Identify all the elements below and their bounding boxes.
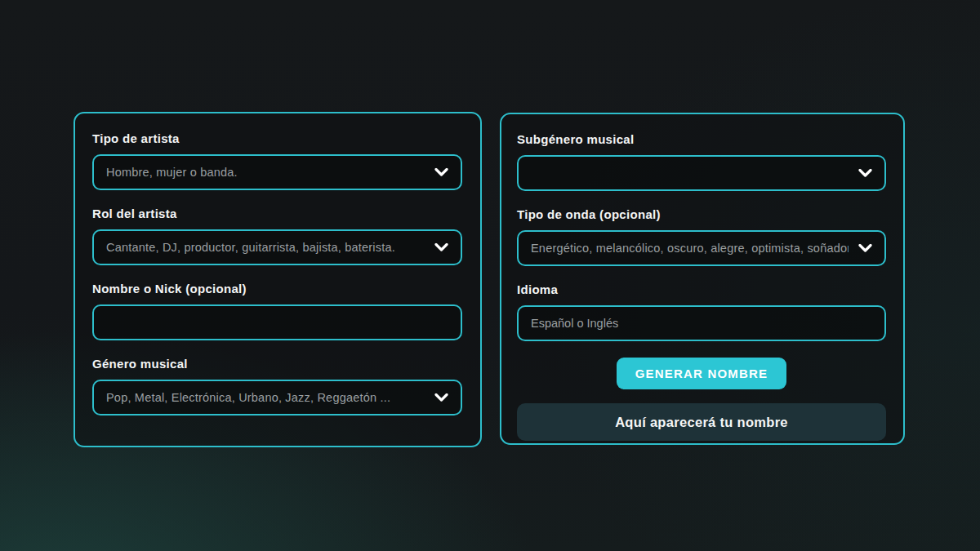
genero-musical-placeholder: Pop, Metal, Electrónica, Urbano, Jazz, R… bbox=[106, 391, 390, 404]
idioma-label: Idioma bbox=[517, 282, 886, 297]
field-group-genero-musical: Género musical Pop, Metal, Electrónica, … bbox=[92, 356, 462, 415]
tipo-de-artista-label: Tipo de artista bbox=[92, 131, 462, 146]
rol-del-artista-select[interactable]: Cantante, DJ, productor, guitarrista, ba… bbox=[92, 229, 462, 265]
tipo-de-artista-select[interactable]: Hombre, mujer o banda. bbox=[92, 154, 462, 190]
rol-del-artista-label: Rol del artista bbox=[92, 206, 462, 221]
tipo-de-onda-label: Tipo de onda (opcional) bbox=[517, 207, 886, 222]
field-group-subgenero-musical: Subgénero musical bbox=[517, 131, 886, 191]
chevron-down-icon bbox=[434, 393, 448, 402]
chevron-down-icon bbox=[858, 169, 872, 178]
field-group-nombre-nick: Nombre o Nick (opcional) bbox=[92, 281, 462, 340]
rol-del-artista-placeholder: Cantante, DJ, productor, guitarrista, ba… bbox=[106, 241, 395, 254]
idioma-input[interactable] bbox=[517, 305, 886, 341]
subgenero-musical-label: Subgénero musical bbox=[517, 131, 886, 147]
field-group-idioma: Idioma bbox=[517, 282, 886, 341]
nombre-nick-label: Nombre o Nick (opcional) bbox=[92, 281, 462, 296]
artist-form-panel: Tipo de artista Hombre, mujer o banda. R… bbox=[74, 112, 482, 447]
tipo-de-onda-placeholder: Energético, melancólico, oscuro, alegre,… bbox=[531, 242, 849, 255]
generate-name-button[interactable]: GENERAR NOMBRE bbox=[617, 358, 787, 389]
tipo-de-artista-placeholder: Hombre, mujer o banda. bbox=[106, 166, 238, 179]
nombre-nick-input[interactable] bbox=[92, 304, 462, 340]
chevron-down-icon bbox=[434, 168, 448, 177]
field-group-rol-del-artista: Rol del artista Cantante, DJ, productor,… bbox=[92, 206, 462, 265]
field-group-tipo-de-onda: Tipo de onda (opcional) Energético, mela… bbox=[517, 207, 886, 266]
genero-musical-label: Género musical bbox=[92, 356, 462, 371]
generated-name-result: Aquí aparecerá tu nombre bbox=[517, 403, 886, 441]
subgenero-musical-select[interactable] bbox=[517, 155, 886, 191]
chevron-down-icon bbox=[434, 243, 448, 252]
chevron-down-icon bbox=[858, 244, 872, 253]
generator-panel: Subgénero musical Tipo de onda (opcional… bbox=[500, 113, 905, 445]
genero-musical-select[interactable]: Pop, Metal, Electrónica, Urbano, Jazz, R… bbox=[92, 380, 462, 415]
generate-button-row: GENERAR NOMBRE bbox=[517, 358, 886, 389]
tipo-de-onda-select[interactable]: Energético, melancólico, oscuro, alegre,… bbox=[517, 230, 886, 266]
field-group-tipo-de-artista: Tipo de artista Hombre, mujer o banda. bbox=[92, 131, 462, 190]
